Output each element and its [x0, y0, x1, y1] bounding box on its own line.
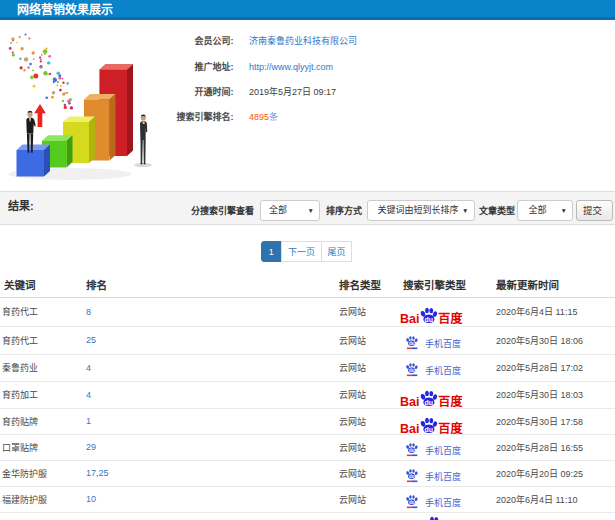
svg-text:Bai: Bai — [400, 312, 419, 324]
svg-text:du: du — [409, 474, 415, 479]
svg-text:du: du — [424, 425, 433, 432]
svg-text:手机百度: 手机百度 — [425, 444, 461, 455]
svg-text:百度: 百度 — [438, 420, 463, 433]
svg-text:手机百度: 手机百度 — [425, 337, 461, 348]
svg-text:百度: 百度 — [438, 394, 463, 407]
svg-text:手机百度: 手机百度 — [425, 470, 461, 481]
svg-text:du: du — [424, 316, 433, 323]
svg-text:du: du — [409, 341, 415, 346]
svg-text:du: du — [409, 368, 415, 373]
svg-text:du: du — [424, 399, 433, 406]
svg-text:Bai: Bai — [400, 395, 419, 407]
svg-text:百度: 百度 — [438, 311, 463, 324]
svg-text:手机百度: 手机百度 — [425, 496, 461, 507]
svg-text:Bai: Bai — [400, 421, 419, 433]
svg-text:手机百度: 手机百度 — [425, 365, 461, 376]
svg-text:du: du — [409, 448, 415, 453]
svg-text:du: du — [409, 500, 415, 505]
